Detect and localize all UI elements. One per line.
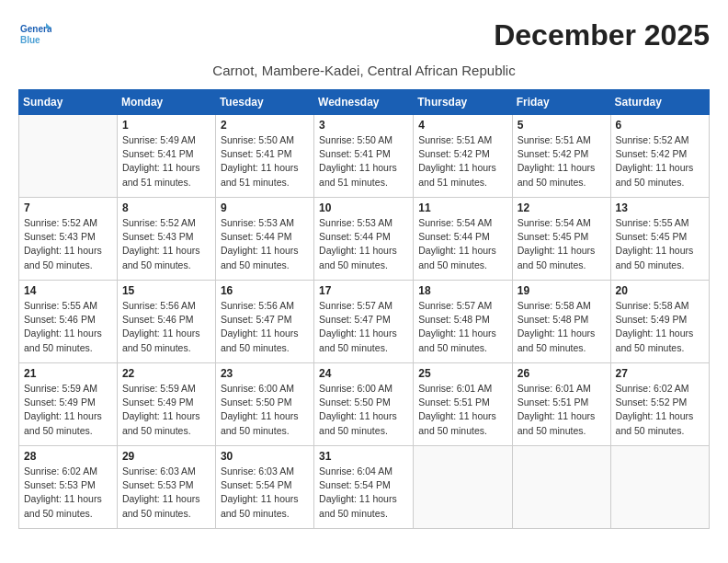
calendar-day-cell: 10Sunrise: 5:53 AM Sunset: 5:44 PM Dayli… [314,198,414,281]
calendar-day-cell: 12Sunrise: 5:54 AM Sunset: 5:45 PM Dayli… [512,198,610,281]
calendar-week-row: 14Sunrise: 5:55 AM Sunset: 5:46 PM Dayli… [19,281,710,363]
calendar-day-cell: 23Sunrise: 6:00 AM Sunset: 5:50 PM Dayli… [215,363,313,446]
calendar-day-cell: 15Sunrise: 5:56 AM Sunset: 5:46 PM Dayli… [117,281,215,363]
calendar-day-cell: 17Sunrise: 5:57 AM Sunset: 5:47 PM Dayli… [314,281,414,363]
weekday-header: Thursday [414,90,512,115]
day-info: Sunrise: 5:52 AM Sunset: 5:43 PM Dayligh… [122,216,210,272]
day-number: 12 [518,201,606,214]
logo-svg: General Blue [18,18,51,52]
calendar-day-cell: 28Sunrise: 6:02 AM Sunset: 5:53 PM Dayli… [19,446,118,529]
day-number: 31 [319,450,408,463]
day-info: Sunrise: 5:57 AM Sunset: 5:48 PM Dayligh… [418,299,506,355]
calendar-day-cell: 14Sunrise: 5:55 AM Sunset: 5:46 PM Dayli… [19,281,118,363]
day-info: Sunrise: 6:00 AM Sunset: 5:50 PM Dayligh… [221,382,309,438]
day-number: 21 [24,367,112,380]
calendar-day-cell [610,446,709,529]
day-info: Sunrise: 6:01 AM Sunset: 5:51 PM Dayligh… [418,382,506,438]
calendar-day-cell: 30Sunrise: 6:03 AM Sunset: 5:54 PM Dayli… [215,446,313,529]
day-info: Sunrise: 5:51 AM Sunset: 5:42 PM Dayligh… [418,133,506,190]
day-info: Sunrise: 6:04 AM Sunset: 5:54 PM Dayligh… [319,465,408,521]
calendar-day-cell: 7Sunrise: 5:52 AM Sunset: 5:43 PM Daylig… [19,198,118,281]
calendar-day-cell: 1Sunrise: 5:49 AM Sunset: 5:41 PM Daylig… [117,115,215,198]
day-number: 24 [319,367,408,380]
day-info: Sunrise: 5:55 AM Sunset: 5:45 PM Dayligh… [616,216,704,272]
day-number: 18 [418,284,506,297]
day-info: Sunrise: 6:01 AM Sunset: 5:51 PM Dayligh… [518,382,606,438]
calendar-day-cell: 27Sunrise: 6:02 AM Sunset: 5:52 PM Dayli… [610,363,709,446]
calendar-day-cell: 11Sunrise: 5:54 AM Sunset: 5:44 PM Dayli… [414,198,512,281]
day-info: Sunrise: 5:57 AM Sunset: 5:47 PM Dayligh… [319,299,408,355]
day-number: 13 [616,201,704,214]
day-info: Sunrise: 5:58 AM Sunset: 5:49 PM Dayligh… [616,299,704,355]
day-number: 15 [122,284,210,297]
calendar-day-cell: 19Sunrise: 5:58 AM Sunset: 5:48 PM Dayli… [512,281,610,363]
title-section: December 2025 [494,18,710,52]
calendar-day-cell: 4Sunrise: 5:51 AM Sunset: 5:42 PM Daylig… [414,115,512,198]
calendar-day-cell: 18Sunrise: 5:57 AM Sunset: 5:48 PM Dayli… [414,281,512,363]
calendar-day-cell: 8Sunrise: 5:52 AM Sunset: 5:43 PM Daylig… [117,198,215,281]
day-number: 3 [319,119,408,132]
day-number: 4 [418,119,506,132]
weekday-header: Saturday [610,90,709,115]
day-number: 7 [24,201,112,214]
calendar-day-cell: 9Sunrise: 5:53 AM Sunset: 5:44 PM Daylig… [215,198,313,281]
day-info: Sunrise: 6:00 AM Sunset: 5:50 PM Dayligh… [319,382,408,438]
page-title: December 2025 [494,18,710,52]
calendar-day-cell: 6Sunrise: 5:52 AM Sunset: 5:42 PM Daylig… [610,115,709,198]
day-info: Sunrise: 5:59 AM Sunset: 5:49 PM Dayligh… [122,382,210,438]
calendar-day-cell: 5Sunrise: 5:51 AM Sunset: 5:42 PM Daylig… [512,115,610,198]
day-number: 11 [418,201,506,214]
day-number: 25 [418,367,506,380]
day-number: 1 [122,119,210,132]
day-info: Sunrise: 5:55 AM Sunset: 5:46 PM Dayligh… [24,299,112,355]
day-number: 29 [122,450,210,463]
calendar-week-row: 28Sunrise: 6:02 AM Sunset: 5:53 PM Dayli… [19,446,710,529]
calendar-day-cell: 21Sunrise: 5:59 AM Sunset: 5:49 PM Dayli… [19,363,118,446]
calendar-week-row: 7Sunrise: 5:52 AM Sunset: 5:43 PM Daylig… [19,198,710,281]
weekday-header: Wednesday [314,90,414,115]
calendar-day-cell: 24Sunrise: 6:00 AM Sunset: 5:50 PM Dayli… [314,363,414,446]
day-number: 2 [221,119,309,132]
calendar-day-cell: 25Sunrise: 6:01 AM Sunset: 5:51 PM Dayli… [414,363,512,446]
calendar-day-cell [19,115,118,198]
calendar-day-cell: 3Sunrise: 5:50 AM Sunset: 5:41 PM Daylig… [314,115,414,198]
calendar-day-cell: 2Sunrise: 5:50 AM Sunset: 5:41 PM Daylig… [215,115,313,198]
day-info: Sunrise: 5:56 AM Sunset: 5:46 PM Dayligh… [122,299,210,355]
day-number: 19 [518,284,606,297]
weekday-header: Tuesday [215,90,313,115]
day-info: Sunrise: 5:54 AM Sunset: 5:45 PM Dayligh… [518,216,606,272]
day-number: 26 [518,367,606,380]
day-info: Sunrise: 5:53 AM Sunset: 5:44 PM Dayligh… [221,216,309,272]
page-header: General Blue December 2025 [18,18,710,61]
calendar-day-cell: 20Sunrise: 5:58 AM Sunset: 5:49 PM Dayli… [610,281,709,363]
calendar-header-row: SundayMondayTuesdayWednesdayThursdayFrid… [19,90,710,115]
calendar-day-cell [414,446,512,529]
day-number: 14 [24,284,112,297]
day-number: 9 [221,201,309,214]
day-info: Sunrise: 5:54 AM Sunset: 5:44 PM Dayligh… [418,216,506,272]
day-number: 10 [319,201,408,214]
day-info: Sunrise: 6:02 AM Sunset: 5:53 PM Dayligh… [24,465,112,521]
day-number: 22 [122,367,210,380]
day-info: Sunrise: 5:51 AM Sunset: 5:42 PM Dayligh… [518,133,606,190]
day-info: Sunrise: 5:52 AM Sunset: 5:42 PM Dayligh… [616,133,704,190]
day-number: 20 [616,284,704,297]
weekday-header: Sunday [19,90,118,115]
day-info: Sunrise: 5:50 AM Sunset: 5:41 PM Dayligh… [221,133,309,190]
calendar-day-cell [512,446,610,529]
calendar-day-cell: 29Sunrise: 6:03 AM Sunset: 5:53 PM Dayli… [117,446,215,529]
calendar-day-cell: 22Sunrise: 5:59 AM Sunset: 5:49 PM Dayli… [117,363,215,446]
day-info: Sunrise: 5:50 AM Sunset: 5:41 PM Dayligh… [319,133,408,190]
day-info: Sunrise: 6:02 AM Sunset: 5:52 PM Dayligh… [616,382,704,438]
svg-text:Blue: Blue [20,35,40,45]
day-info: Sunrise: 5:58 AM Sunset: 5:48 PM Dayligh… [518,299,606,355]
day-number: 30 [221,450,309,463]
day-info: Sunrise: 5:52 AM Sunset: 5:43 PM Dayligh… [24,216,112,272]
weekday-header: Monday [117,90,215,115]
weekday-header: Friday [512,90,610,115]
day-info: Sunrise: 5:59 AM Sunset: 5:49 PM Dayligh… [24,382,112,438]
calendar-day-cell: 13Sunrise: 5:55 AM Sunset: 5:45 PM Dayli… [610,198,709,281]
calendar-day-cell: 16Sunrise: 5:56 AM Sunset: 5:47 PM Dayli… [215,281,313,363]
day-number: 17 [319,284,408,297]
calendar-table: SundayMondayTuesdayWednesdayThursdayFrid… [18,89,710,529]
